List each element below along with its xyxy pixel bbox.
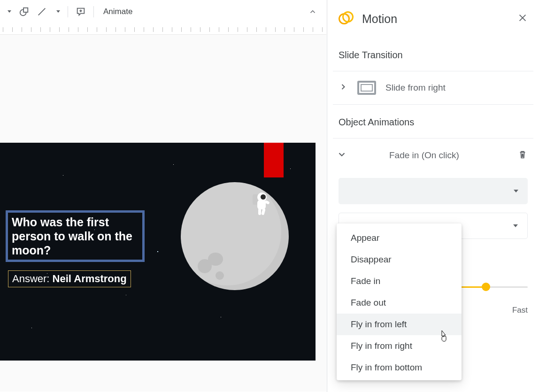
motion-panel-title: Motion xyxy=(362,12,397,26)
astronaut-shape[interactable] xyxy=(252,192,270,216)
slide-icon xyxy=(357,81,376,95)
dropdown-item[interactable]: Fly in from bottom xyxy=(337,357,462,378)
animation-type-dropdown[interactable]: AppearDisappearFade inFade outFly in fro… xyxy=(337,223,462,380)
cursor-pointer-icon xyxy=(439,330,448,341)
shape-tool-icon[interactable] xyxy=(16,3,32,20)
svg-rect-1 xyxy=(23,8,28,12)
question-text: Who was the first person to walk on the … xyxy=(12,215,139,257)
toolbar-separator xyxy=(93,6,94,17)
dropdown-item[interactable]: Appear xyxy=(337,227,462,249)
slide-transition-heading: Slide Transition xyxy=(327,38,539,71)
motion-panel-header: Motion xyxy=(327,0,539,38)
collapse-toolbar-icon[interactable] xyxy=(308,7,318,17)
toolbar-dropdown-caret-1[interactable] xyxy=(3,3,14,20)
slide-transition-row[interactable]: Slide from right xyxy=(327,71,539,104)
toolbar-dropdown-caret-2[interactable] xyxy=(52,3,63,20)
answer-text-box[interactable]: Answer: Neil Armstrong xyxy=(8,270,131,287)
dropdown-item[interactable]: Fade out xyxy=(337,292,462,314)
delete-animation-icon[interactable] xyxy=(517,149,528,162)
toolbar-separator xyxy=(68,6,68,17)
slide-transition-label: Slide from right xyxy=(385,83,446,93)
line-tool-icon[interactable] xyxy=(34,3,50,20)
dropdown-item[interactable]: Disappear xyxy=(337,249,462,270)
moon-shape[interactable] xyxy=(181,182,289,290)
chevron-down-icon xyxy=(337,149,347,161)
slide[interactable]: Who was the first person to walk on the … xyxy=(0,143,316,361)
chevron-down-icon xyxy=(513,224,518,227)
answer-text: Answer: Neil Armstrong xyxy=(12,273,127,284)
svg-line-2 xyxy=(38,8,46,15)
insert-comment-icon[interactable] xyxy=(73,3,89,20)
ruler xyxy=(0,23,326,35)
slide-canvas[interactable]: Who was the first person to walk on the … xyxy=(0,35,326,392)
object-animations-heading: Object Animations xyxy=(327,105,539,138)
dropdown-item[interactable]: Fade in xyxy=(337,270,462,292)
chevron-down-icon xyxy=(514,190,518,192)
red-rectangle-shape[interactable] xyxy=(264,143,284,177)
toolbar: Animate xyxy=(0,0,326,23)
close-panel-icon[interactable] xyxy=(517,13,528,25)
fast-label: Fast xyxy=(512,306,528,315)
chevron-right-icon xyxy=(339,82,348,93)
object-animation-row[interactable]: Fade in (On click) xyxy=(327,138,539,172)
animation-type-select[interactable] xyxy=(339,178,528,204)
question-text-box[interactable]: Who was the first person to walk on the … xyxy=(6,210,145,262)
animation-summary-label: Fade in (On click) xyxy=(389,150,459,161)
animate-button[interactable]: Animate xyxy=(103,7,132,16)
motion-icon xyxy=(339,11,354,26)
